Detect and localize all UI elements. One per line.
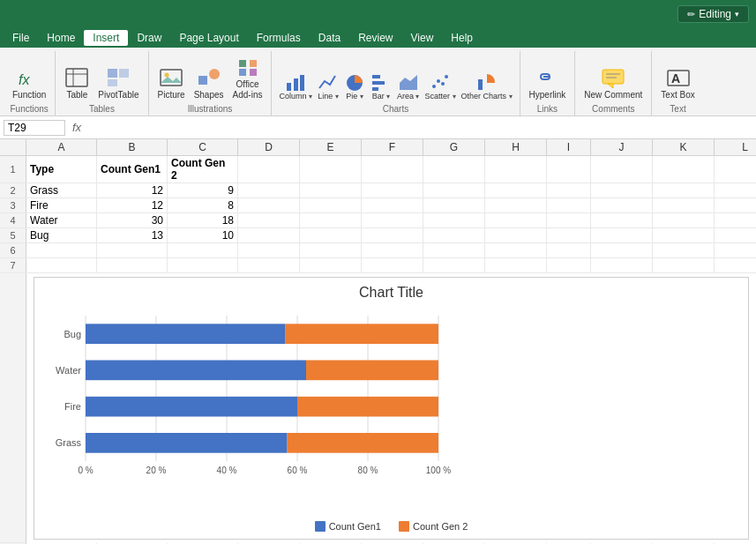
- ribbon-btn-scatter[interactable]: Scatter ▾: [423, 51, 457, 102]
- cell[interactable]: [300, 243, 362, 257]
- cell[interactable]: Water: [26, 213, 97, 227]
- cell[interactable]: [238, 243, 300, 257]
- cell[interactable]: [591, 213, 653, 227]
- cell[interactable]: [362, 243, 423, 257]
- cell[interactable]: [591, 156, 653, 183]
- cell[interactable]: [485, 228, 547, 242]
- cell[interactable]: [238, 213, 300, 227]
- col-header-B[interactable]: B: [97, 139, 168, 155]
- cell[interactable]: [591, 183, 653, 197]
- cell[interactable]: [715, 198, 756, 212]
- cell[interactable]: [653, 156, 715, 183]
- cell[interactable]: [423, 213, 485, 227]
- cell[interactable]: [485, 213, 547, 227]
- cell[interactable]: [300, 198, 362, 212]
- cell[interactable]: [653, 243, 715, 257]
- cell[interactable]: 9: [168, 183, 238, 197]
- cell[interactable]: [362, 198, 423, 212]
- cell[interactable]: [168, 258, 238, 272]
- cell[interactable]: 30: [97, 213, 168, 227]
- cell[interactable]: [97, 258, 168, 272]
- col-header-L[interactable]: L: [715, 139, 756, 155]
- ribbon-btn-column[interactable]: Column ▾: [277, 51, 314, 102]
- cell[interactable]: [715, 243, 756, 257]
- cell[interactable]: Type: [26, 156, 97, 183]
- col-header-E[interactable]: E: [300, 139, 362, 155]
- cell[interactable]: [547, 213, 591, 227]
- menu-item-help[interactable]: Help: [442, 30, 482, 46]
- cell[interactable]: [653, 228, 715, 242]
- cell[interactable]: [238, 258, 300, 272]
- cell[interactable]: [653, 183, 715, 197]
- cell[interactable]: [300, 183, 362, 197]
- cell[interactable]: [423, 243, 485, 257]
- cell[interactable]: [485, 258, 547, 272]
- cell[interactable]: 13: [97, 228, 168, 242]
- cell[interactable]: [423, 258, 485, 272]
- col-header-A[interactable]: A: [26, 139, 97, 155]
- cell[interactable]: [362, 228, 423, 242]
- cell-reference[interactable]: [4, 120, 65, 136]
- ribbon-btn-shapes[interactable]: Shapes: [191, 51, 228, 102]
- cell[interactable]: [423, 156, 485, 183]
- cell[interactable]: [547, 228, 591, 242]
- cell[interactable]: [168, 243, 238, 257]
- cell[interactable]: [485, 198, 547, 212]
- col-header-H[interactable]: H: [485, 139, 547, 155]
- col-header-G[interactable]: G: [423, 139, 485, 155]
- ribbon-btn-hyperlink[interactable]: Hyperlink: [526, 51, 570, 102]
- cell[interactable]: [591, 198, 653, 212]
- menu-item-data[interactable]: Data: [310, 30, 349, 46]
- ribbon-btn-text-box[interactable]: AText Box: [657, 51, 698, 102]
- cell[interactable]: [715, 156, 756, 183]
- cell[interactable]: [591, 243, 653, 257]
- ribbon-btn-area[interactable]: Area ▾: [395, 51, 422, 102]
- menu-item-page layout[interactable]: Page Layout: [170, 30, 247, 46]
- ribbon-btn-function[interactable]: fxFunction: [9, 51, 49, 102]
- menu-item-formulas[interactable]: Formulas: [248, 30, 310, 46]
- cell[interactable]: [300, 258, 362, 272]
- cell[interactable]: [238, 228, 300, 242]
- menu-item-draw[interactable]: Draw: [128, 30, 170, 46]
- cell[interactable]: [300, 213, 362, 227]
- cell[interactable]: [547, 258, 591, 272]
- ribbon-btn-line[interactable]: Line ▾: [316, 51, 341, 102]
- cell[interactable]: [653, 213, 715, 227]
- ribbon-btn-picture[interactable]: Picture: [154, 51, 189, 102]
- col-header-J[interactable]: J: [591, 139, 653, 155]
- cell[interactable]: [547, 243, 591, 257]
- ribbon-btn-pivottable[interactable]: PivotTable: [94, 51, 142, 102]
- ribbon-btn-other-charts[interactable]: Other Charts ▾: [460, 51, 514, 102]
- cell[interactable]: [715, 228, 756, 242]
- cell[interactable]: [653, 258, 715, 272]
- cell[interactable]: [238, 198, 300, 212]
- cell[interactable]: 12: [97, 183, 168, 197]
- cell[interactable]: [300, 156, 362, 183]
- cell[interactable]: 18: [168, 213, 238, 227]
- ribbon-btn-table[interactable]: Table: [61, 51, 93, 102]
- cell[interactable]: Grass: [26, 183, 97, 197]
- formula-input[interactable]: [88, 121, 752, 135]
- cell[interactable]: [362, 213, 423, 227]
- cell[interactable]: [362, 258, 423, 272]
- col-header-C[interactable]: C: [168, 139, 238, 155]
- cell[interactable]: [715, 213, 756, 227]
- cell[interactable]: [547, 198, 591, 212]
- col-header-D[interactable]: D: [238, 139, 300, 155]
- cell[interactable]: [715, 183, 756, 197]
- cell[interactable]: 8: [168, 198, 238, 212]
- cell[interactable]: [238, 183, 300, 197]
- cell[interactable]: Count Gen1: [97, 156, 168, 183]
- menu-item-view[interactable]: View: [402, 30, 443, 46]
- cell[interactable]: 12: [97, 198, 168, 212]
- menu-item-insert[interactable]: Insert: [84, 30, 128, 46]
- cell[interactable]: [715, 258, 756, 272]
- ribbon-btn-new-comment[interactable]: New Comment: [580, 51, 646, 102]
- cell[interactable]: [485, 243, 547, 257]
- ribbon-btn-office-add-ins[interactable]: OfficeAdd-ins: [229, 51, 266, 102]
- editing-button[interactable]: ✏ Editing ▾: [677, 5, 749, 23]
- cell[interactable]: [26, 258, 97, 272]
- cell[interactable]: Bug: [26, 228, 97, 242]
- cell[interactable]: [591, 228, 653, 242]
- cell[interactable]: [423, 228, 485, 242]
